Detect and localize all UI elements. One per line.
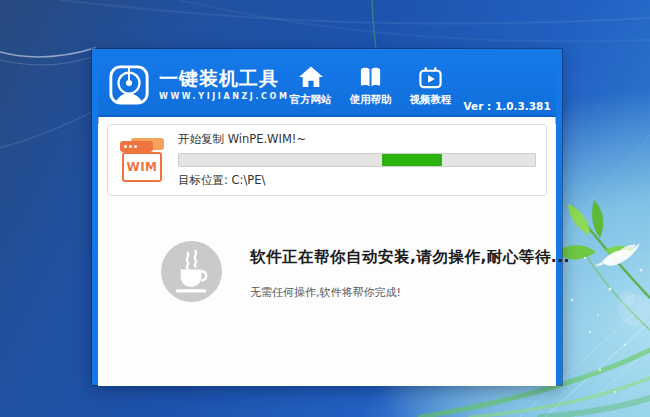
message-text-block: 软件正在帮你自动安装,请勿操作,耐心等待... 无需任何操作,软件将帮你完成! [250,240,570,300]
home-icon [298,64,324,90]
nav-official-site-label: 官方网站 [290,93,332,107]
plant-branch [556,200,650,330]
message-subtitle: 无需任何操作,软件将帮你完成! [250,285,570,300]
book-icon [358,64,383,90]
app-logo-icon [108,64,150,106]
nav-video-tutorial-label: 视频教程 [410,93,452,107]
waiting-message: 软件正在帮你自动安装,请勿操作,耐心等待... 无需任何操作,软件将帮你完成! [98,240,556,303]
progress-status-text: 开始复制 WinPE.WIM!~ [178,132,536,147]
progress-panel: WIM 开始复制 WinPE.WIM!~ 目标位置: C:\PE\ [107,124,547,196]
app-website-text: WWW.YIJIANZJ.COM [159,93,290,101]
progress-bar-track [178,153,536,167]
header-nav: 官方网站 使用帮助 [290,64,452,107]
nav-video-tutorial[interactable]: 视频教程 [410,64,452,107]
wim-file-icon: WIM [118,136,168,184]
window-header: 一键装机工具 WWW.YIJIANZJ.COM 官方网站 [98,55,556,117]
video-icon [418,64,443,90]
wim-file-badge: WIM [122,152,162,182]
message-title: 软件正在帮你自动安装,请勿操作,耐心等待... [250,247,570,268]
desktop: { "window": { "logo": { "title": "一键装机工具… [0,0,650,417]
sparkles [561,257,650,394]
window-body: WIM 开始复制 WinPE.WIM!~ 目标位置: C:\PE\ [98,124,556,386]
progress-details: 开始复制 WinPE.WIM!~ 目标位置: C:\PE\ [178,132,536,188]
nav-official-site[interactable]: 官方网站 [290,64,332,107]
coffee-cup-icon [160,240,223,303]
stem-above-window [372,0,376,49]
app-branding: 一键装机工具 WWW.YIJIANZJ.COM [159,69,290,101]
app-title: 一键装机工具 [159,69,290,88]
nav-help[interactable]: 使用帮助 [350,64,392,107]
bird-icon [594,243,640,266]
nav-help-label: 使用帮助 [350,93,392,107]
target-location-text: 目标位置: C:\PE\ [178,173,536,188]
installer-window: 一键装机工具 WWW.YIJIANZJ.COM 官方网站 [92,49,562,385]
progress-chunk [382,154,443,166]
version-text: Ver : 1.0.3.381 [464,100,551,115]
